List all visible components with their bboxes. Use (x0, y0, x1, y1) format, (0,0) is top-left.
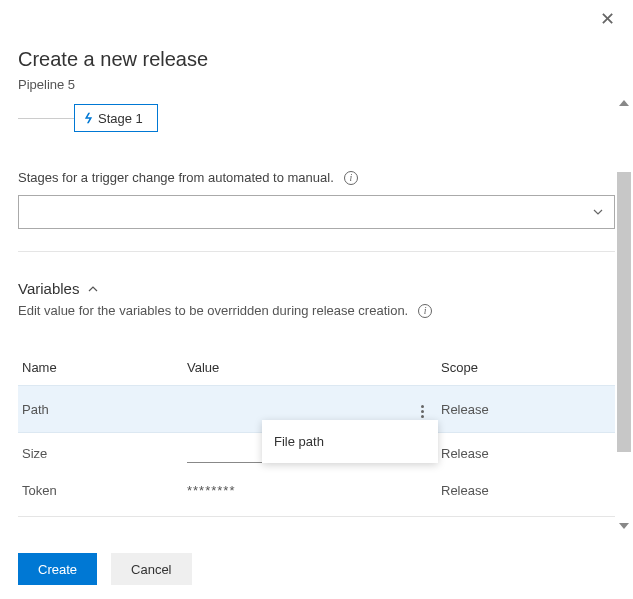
kebab-icon[interactable] (417, 401, 428, 422)
stages-help-row: Stages for a trigger change from automat… (18, 170, 615, 185)
stage-chip[interactable]: ϟ Stage 1 (74, 104, 158, 132)
table-row[interactable]: Token ******** Release (18, 473, 615, 508)
scroll-thumb[interactable] (617, 172, 631, 452)
var-scope: Release (437, 386, 615, 433)
var-scope: Release (437, 433, 615, 474)
scroll-up-icon[interactable] (619, 100, 629, 106)
col-scope: Scope (437, 352, 615, 386)
menu-item-file-path[interactable]: File path (274, 434, 324, 449)
var-name: Path (18, 386, 183, 433)
context-menu[interactable]: File path (262, 420, 438, 463)
scroll-down-icon[interactable] (619, 523, 629, 529)
variables-help-row: Edit value for the variables to be overr… (18, 303, 615, 318)
var-name: Size (18, 433, 183, 474)
chevron-down-icon (592, 206, 604, 218)
scrollbar[interactable] (617, 100, 631, 529)
var-value[interactable]: ******** (183, 473, 413, 508)
create-button[interactable]: Create (18, 553, 97, 585)
chevron-up-icon (87, 283, 99, 295)
variables-title: Variables (18, 280, 79, 297)
page-title: Create a new release (18, 48, 615, 71)
pipeline-name: Pipeline 5 (18, 77, 615, 92)
stage-graph: ϟ Stage 1 (18, 104, 615, 134)
variables-section-toggle[interactable]: Variables (18, 280, 615, 297)
variables-help-text: Edit value for the variables to be overr… (18, 303, 408, 318)
stage-label: Stage 1 (98, 111, 143, 126)
lightning-icon: ϟ (83, 111, 92, 126)
stages-dropdown[interactable] (18, 195, 615, 229)
section-divider (18, 251, 615, 252)
col-menu (413, 352, 437, 386)
close-icon[interactable]: ✕ (600, 10, 615, 28)
value-input[interactable] (187, 443, 262, 463)
col-name: Name (18, 352, 183, 386)
info-icon[interactable]: i (418, 304, 432, 318)
cancel-button[interactable]: Cancel (111, 553, 191, 585)
var-scope: Release (437, 473, 615, 508)
var-name: Token (18, 473, 183, 508)
col-value: Value (183, 352, 413, 386)
footer-actions: Create Cancel (18, 553, 192, 585)
stages-help-text: Stages for a trigger change from automat… (18, 170, 334, 185)
footer-divider (18, 516, 615, 517)
info-icon[interactable]: i (344, 171, 358, 185)
